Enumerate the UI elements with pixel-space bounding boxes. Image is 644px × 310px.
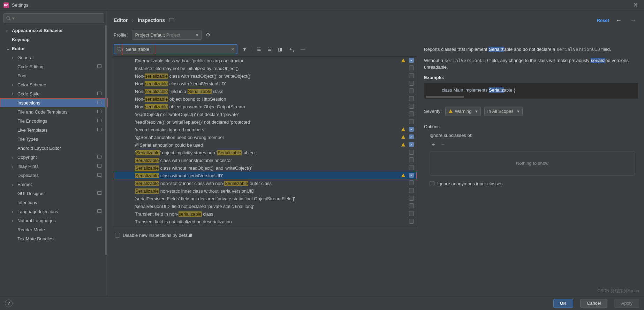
close-icon[interactable]: ✕ [630, 0, 641, 10]
reset-link[interactable]: Reset [597, 18, 609, 23]
inspection-checkbox[interactable] [409, 111, 414, 116]
inspection-checkbox[interactable] [409, 65, 414, 70]
inspection-checkbox[interactable] [409, 165, 414, 170]
inspection-row[interactable]: 'serialVersionUID' field not declared 'p… [114, 202, 417, 210]
disable-new-checkbox[interactable] [115, 233, 120, 238]
sidebar-item-android-layout-editor[interactable]: Android Layout Editor [0, 144, 108, 153]
inspection-row[interactable]: 'readResolve()' or 'writeReplace()' not … [114, 118, 417, 126]
inspection-row[interactable]: '@Serial' annotation used on wrong membe… [114, 133, 417, 141]
sidebar-item-reader-mode[interactable]: Reader Mode [0, 225, 108, 234]
inspection-checkbox[interactable] [409, 73, 414, 78]
inspection-checkbox[interactable] [409, 219, 414, 224]
apply-button[interactable]: Apply [614, 299, 639, 308]
inspection-row[interactable]: Serializable non-static inner class with… [114, 187, 417, 195]
inspection-row[interactable]: Serializable non-'static' inner class wi… [114, 179, 417, 187]
inspection-search[interactable]: ▾ ✕ [114, 44, 237, 54]
disable-new-row[interactable]: Disable new inspections by default [114, 230, 417, 240]
inspection-row[interactable]: 'record' contains ignored members✓ [114, 126, 417, 133]
inspection-row[interactable]: Non-serializable object passed to Object… [114, 103, 417, 110]
inspection-checkbox[interactable]: ✓ [409, 142, 414, 147]
ignore-anon-row[interactable]: Ignore anonymous inner classes [430, 181, 638, 186]
code-scrollbar[interactable] [426, 96, 464, 98]
sidebar-item-intentions[interactable]: Intentions [0, 198, 108, 207]
inspection-checkbox[interactable]: ✓ [409, 173, 414, 178]
inspection-checkbox[interactable] [409, 88, 414, 93]
sidebar-item-duplicates[interactable]: Duplicates [0, 171, 108, 180]
inspection-row[interactable]: Non-serializable class with 'serialVersi… [114, 80, 417, 87]
sidebar-item-appearance-behavior[interactable]: ›Appearance & Behavior [0, 26, 108, 35]
sidebar-item-file-encodings[interactable]: File Encodings [0, 116, 108, 125]
collapse-all-icon[interactable]: ☱ [266, 45, 273, 53]
inspection-row[interactable]: Non-serializable field in a Serializable… [114, 87, 417, 95]
sidebar-item-keymap[interactable]: Keymap [0, 35, 108, 44]
inspection-checkbox[interactable] [409, 188, 414, 193]
inspection-row[interactable]: Serializable class with unconstructable … [114, 156, 417, 164]
inspection-search-input[interactable] [126, 47, 231, 52]
inspection-row[interactable]: Non-serializable class with 'readObject(… [114, 72, 417, 80]
inspection-checkbox[interactable] [409, 211, 414, 216]
sidebar-item-live-templates[interactable]: Live Templates [0, 125, 108, 134]
inspection-row[interactable]: Non-serializable object bound to HttpSes… [114, 95, 417, 103]
ignore-anon-checkbox[interactable] [430, 181, 434, 186]
sidebar-item-textmate-bundles[interactable]: TextMate Bundles [0, 234, 108, 243]
sidebar-item-file-types[interactable]: File Types [0, 134, 108, 144]
nav-fwd-icon[interactable]: → [628, 17, 638, 24]
expand-all-icon[interactable]: ☰ [256, 45, 263, 53]
sidebar-item-gui-designer[interactable]: GUI Designer [0, 189, 108, 198]
inspection-row[interactable]: @Serial annotation could be used✓ [114, 141, 417, 149]
inspection-checkbox[interactable] [409, 203, 414, 208]
profile-dropdown[interactable]: Project Default Project ▾ [132, 30, 202, 40]
inspection-checkbox[interactable] [409, 81, 414, 86]
inspection-row[interactable]: Serializable class without 'serialVersio… [114, 172, 417, 179]
inspection-row[interactable]: 'serialPersistentFields' field not decla… [114, 195, 417, 202]
sidebar-item-color-scheme[interactable]: ›Color Scheme [0, 80, 108, 89]
help-icon[interactable]: ? [5, 300, 13, 307]
gear-icon[interactable]: ⚙ [206, 32, 210, 38]
add-class-icon[interactable]: + [430, 141, 437, 148]
sidebar-scrollbar[interactable] [105, 25, 107, 255]
sidebar-item-file-and-code-templates[interactable]: File and Code Templates [0, 107, 108, 116]
inspection-checkbox[interactable] [409, 196, 414, 201]
inspection-row[interactable]: 'readObject()' or 'writeObject()' not de… [114, 110, 417, 118]
inspection-row[interactable]: Transient field in non-serializable clas… [114, 210, 417, 218]
inspection-row[interactable]: Transient field is not initialized on de… [114, 218, 417, 225]
inspection-checkbox[interactable] [409, 96, 414, 101]
sidebar-item-inlay-hints[interactable]: ›Inlay Hints [0, 162, 108, 171]
inspection-checkbox[interactable] [409, 150, 414, 155]
sidebar-item-code-editing[interactable]: Code Editing [0, 62, 108, 71]
sidebar-item-language-injections[interactable]: ›Language Injections [0, 207, 108, 216]
inspection-checkbox[interactable] [409, 119, 414, 124]
sidebar-item-editor[interactable]: ⌄Editor [0, 44, 108, 53]
cancel-button[interactable]: Cancel [580, 299, 607, 308]
inspection-row[interactable]: Externalizable class without 'public' no… [114, 57, 417, 64]
filter-icon[interactable]: ▼ [241, 45, 248, 53]
remove-class-icon[interactable]: − [439, 141, 446, 148]
sidebar-item-copyright[interactable]: ›Copyright [0, 153, 108, 162]
inspection-checkbox[interactable] [409, 180, 414, 185]
remove-icon[interactable]: — [299, 45, 306, 53]
sidebar-item-font[interactable]: Font [0, 71, 108, 80]
crumb-editor[interactable]: Editor [114, 17, 128, 23]
nav-back-icon[interactable]: ← [613, 17, 624, 24]
clear-search-icon[interactable]: ✕ [231, 47, 235, 52]
inspection-label: Serializable non-'static' inner class wi… [135, 181, 272, 186]
sidebar-item-natural-languages[interactable]: ›Natural Languages [0, 216, 108, 225]
ok-button[interactable]: OK [553, 299, 574, 308]
group-icon[interactable]: ◨ [276, 45, 283, 53]
inspection-checkbox[interactable] [409, 104, 414, 109]
inspection-checkbox[interactable]: ✓ [409, 58, 414, 63]
sidebar-item-inspections[interactable]: Inspections [0, 98, 108, 107]
sidebar-search[interactable]: ▾ [3, 13, 104, 23]
add-icon[interactable]: ＋▾ [287, 45, 296, 54]
sidebar-item-emmet[interactable]: ›Emmet [0, 180, 108, 189]
inspection-checkbox[interactable] [409, 157, 414, 162]
inspection-checkbox[interactable]: ✓ [409, 127, 414, 132]
inspection-row[interactable]: Serializable class without 'readObject()… [114, 164, 417, 172]
inspection-row[interactable]: 'Serializable' object implicitly stores … [114, 149, 417, 156]
scope-dropdown[interactable]: In All Scopes ▾ [484, 107, 523, 116]
severity-dropdown[interactable]: Warning ▾ [445, 107, 481, 116]
inspection-checkbox[interactable]: ✓ [409, 134, 414, 139]
inspection-row[interactable]: Instance field may not be initialized by… [114, 64, 417, 72]
sidebar-item-general[interactable]: ›General [0, 53, 108, 62]
sidebar-item-code-style[interactable]: ›Code Style [0, 89, 108, 98]
